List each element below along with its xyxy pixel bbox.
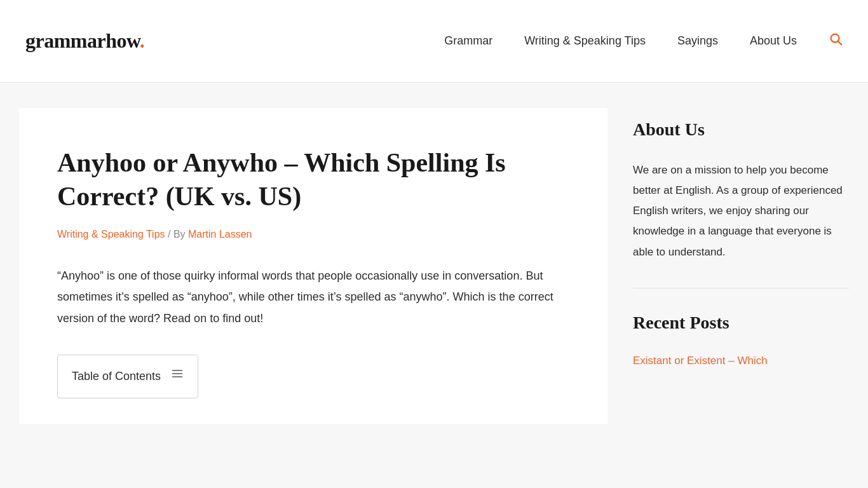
recent-post-item[interactable]: Existant or Existent – Which: [633, 355, 768, 367]
logo-dot: .: [140, 29, 145, 52]
nav-writing[interactable]: Writing & Speaking Tips: [524, 31, 646, 51]
search-icon[interactable]: [829, 29, 843, 53]
article-title: Anyhoo or Anywho – Which Spelling Is Cor…: [57, 146, 569, 213]
article-author[interactable]: Martin Lassen: [188, 229, 252, 240]
article-meta: Writing & Speaking Tips / By Martin Lass…: [57, 226, 569, 243]
about-us-text: We are on a mission to help you become b…: [633, 160, 849, 262]
site-header: grammarhow. Grammar Writing & Speaking T…: [0, 0, 868, 83]
about-us-title: About Us: [633, 114, 849, 145]
about-us-section: About Us We are on a mission to help you…: [633, 114, 849, 262]
main-nav: Grammar Writing & Speaking Tips Sayings …: [444, 29, 843, 53]
logo-text: grammarhow: [25, 29, 140, 52]
toc-label: Table of Contents: [72, 367, 161, 386]
article-category[interactable]: Writing & Speaking Tips: [57, 229, 165, 240]
sidebar-divider: [633, 288, 849, 288]
table-of-contents[interactable]: Table of Contents: [57, 355, 198, 398]
nav-about[interactable]: About Us: [750, 31, 797, 51]
toc-toggle-icon[interactable]: [171, 367, 184, 386]
article-intro: “Anyhoo” is one of those quirky informal…: [57, 266, 569, 329]
page-wrapper: Anyhoo or Anywho – Which Spelling Is Cor…: [0, 83, 868, 449]
nav-sayings[interactable]: Sayings: [677, 31, 718, 51]
meta-separator: / By: [165, 229, 188, 240]
svg-line-1: [838, 41, 841, 44]
site-logo[interactable]: grammarhow.: [25, 24, 144, 58]
sidebar: About Us We are on a mission to help you…: [633, 108, 849, 395]
article-card: Anyhoo or Anywho – Which Spelling Is Cor…: [19, 108, 607, 424]
recent-posts-section: Recent Posts Existant or Existent – Whic…: [633, 308, 849, 370]
nav-grammar[interactable]: Grammar: [444, 31, 492, 51]
recent-posts-title: Recent Posts: [633, 308, 849, 338]
